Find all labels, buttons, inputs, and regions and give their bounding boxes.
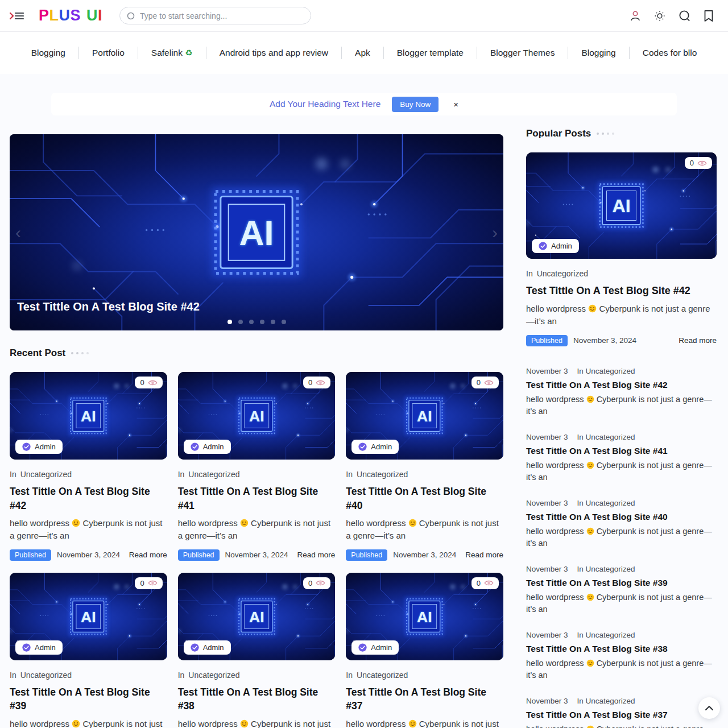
post-footer: Published November 3, 2024 Read more [10, 549, 167, 561]
post-thumbnail[interactable]: 0 Admin [178, 372, 336, 460]
post-title[interactable]: Test Tittle On A Test Blog Site #38 [178, 685, 336, 713]
author-badge[interactable]: Admin [532, 239, 579, 253]
popular-item-title[interactable]: Test Tittle On A Test Blog Site #40 [526, 512, 717, 522]
post-thumbnail[interactable]: 0 Admin [346, 372, 503, 460]
popular-post-item: November 3In Uncategorized Test Tittle O… [526, 433, 717, 483]
author-badge[interactable]: Admin [184, 640, 231, 655]
read-more-link[interactable]: Read more [129, 551, 167, 559]
author-name: Admin [371, 643, 392, 652]
featured-popular-post: 0 Admin InUncategorized Test Tittle On A… [526, 152, 717, 346]
post-title[interactable]: Test Tittle On A Test Blog Site #42 [526, 284, 717, 298]
user-icon[interactable] [629, 10, 642, 22]
nav-item-blogging[interactable]: Blogging [18, 48, 78, 58]
logo-letter: U [86, 7, 98, 24]
carousel-next-icon[interactable]: › [492, 224, 498, 241]
author-badge[interactable]: Admin [15, 640, 63, 655]
meta-in-label: In [178, 470, 185, 479]
site-logo[interactable]: PLUSUI [39, 7, 102, 24]
post-title[interactable]: Test Tittle On A Test Blog Site #42 [10, 485, 167, 512]
post-title[interactable]: Test Tittle On A Test Blog Site #39 [10, 685, 167, 713]
category-link[interactable]: Uncategorized [188, 470, 239, 479]
category-link[interactable]: Uncategorized [20, 470, 72, 479]
content-area: ‹ › Test Tittle On A Test Blog Site #42 … [0, 115, 728, 728]
theme-sun-icon[interactable] [653, 10, 666, 22]
carousel-dot[interactable] [282, 320, 286, 324]
category-link[interactable]: Uncategorized [537, 269, 588, 278]
post-category-line: InUncategorized [178, 671, 336, 680]
nav-item-portfolio[interactable]: Portfolio [79, 48, 138, 58]
nav-item-blogger-template[interactable]: Blogger template [384, 48, 477, 58]
read-more-link[interactable]: Read more [679, 336, 717, 345]
post-category-line: InUncategorized [10, 671, 167, 680]
read-more-link[interactable]: Read more [297, 551, 336, 559]
popular-item-title[interactable]: Test Tittle On A Test Blog Site #39 [526, 578, 717, 588]
popular-item-title[interactable]: Test Tittle On A Test Blog Site #38 [526, 644, 717, 654]
scroll-to-top-button[interactable] [698, 697, 720, 719]
recycle-icon: ♻ [185, 48, 192, 57]
nav-item-blogging-2[interactable]: Blogging [568, 48, 628, 58]
carousel-dot[interactable] [249, 320, 254, 324]
hero-carousel[interactable]: ‹ › Test Tittle On A Test Blog Site #42 [10, 134, 503, 330]
eye-icon [697, 160, 707, 167]
menu-toggle-icon[interactable] [9, 9, 26, 23]
search-input[interactable] [140, 11, 304, 20]
popular-item-title[interactable]: Test Tittle On A Test Blog Site #37 [526, 710, 717, 720]
author-badge[interactable]: Admin [15, 440, 63, 454]
read-more-link[interactable]: Read more [465, 551, 503, 559]
nav-item-codes-for-bllo[interactable]: Codes for bllo [630, 48, 710, 58]
post-excerpt: hello wordpress Cyberpunk is not just a … [346, 718, 503, 728]
popular-item-excerpt: hello wordpress Cyberpunk is not just a … [526, 526, 717, 549]
carousel-dot[interactable] [228, 320, 232, 324]
close-icon[interactable]: × [453, 100, 458, 109]
popular-item-meta: November 3In Uncategorized [526, 367, 717, 375]
search-bar[interactable] [119, 7, 311, 24]
carousel-dot[interactable] [271, 320, 275, 324]
author-badge[interactable]: Admin [184, 440, 231, 454]
author-badge[interactable]: Admin [351, 440, 399, 454]
post-thumbnail[interactable]: 0 Admin [10, 573, 167, 660]
author-name: Admin [203, 442, 224, 451]
category-link[interactable]: Uncategorized [357, 470, 408, 479]
category-link[interactable]: Uncategorized [188, 671, 239, 680]
post-excerpt: hello wordpress Cyberpunk is not just a … [178, 718, 336, 728]
post-thumbnail[interactable]: 0 Admin [346, 573, 503, 660]
carousel-dots [10, 320, 503, 324]
author-name: Admin [371, 442, 392, 451]
post-title[interactable]: Test Tittle On A Test Blog Site #37 [346, 685, 503, 713]
post-thumbnail[interactable]: 0 Admin [178, 573, 336, 660]
nav-item-android-tips[interactable]: Android tips and app review [206, 48, 341, 58]
carousel-dot[interactable] [238, 320, 243, 324]
post-card: 0 Admin InUncategorized Test Tittle On A… [10, 573, 167, 728]
post-card: 0 Admin InUncategorized Test Tittle On A… [346, 573, 503, 728]
views-count: 0 [308, 378, 312, 387]
post-title[interactable]: Test Tittle On A Test Blog Site #41 [178, 485, 336, 512]
category-link[interactable]: Uncategorized [20, 671, 72, 680]
popular-item-date: November 3 [526, 433, 568, 441]
post-excerpt: hello wordpress Cyberpunk is not just a … [10, 718, 167, 728]
category-link[interactable]: Uncategorized [357, 671, 408, 680]
buy-now-button[interactable]: Buy Now [392, 97, 439, 112]
popular-post-item: November 3In Uncategorized Test Tittle O… [526, 565, 717, 615]
bookmark-icon[interactable] [703, 10, 714, 22]
popular-item-title[interactable]: Test Tittle On A Test Blog Site #42 [526, 380, 717, 390]
post-thumbnail[interactable]: 0 Admin [526, 152, 717, 259]
nav-item-blogger-themes[interactable]: Blogger Themes [477, 48, 568, 58]
views-count: 0 [140, 378, 144, 387]
carousel-dot[interactable] [260, 320, 264, 324]
popular-item-category: In Uncategorized [577, 565, 635, 573]
smiley-emoji [586, 461, 594, 469]
hero-slide-title[interactable]: Test Tittle On A Test Blog Site #42 [17, 300, 200, 313]
notice-heading-link[interactable]: Add Your Heading Text Here [270, 99, 380, 109]
popular-item-title[interactable]: Test Tittle On A Test Blog Site #41 [526, 446, 717, 456]
post-title[interactable]: Test Tittle On A Test Blog Site #40 [346, 485, 503, 512]
carousel-prev-icon[interactable]: ‹ [15, 224, 21, 241]
nav-item-apk[interactable]: Apk [342, 48, 383, 58]
author-badge[interactable]: Admin [351, 640, 399, 655]
nav-item-safelink[interactable]: Safelink ♻ [138, 48, 206, 58]
post-thumbnail[interactable]: 0 Admin [10, 372, 167, 460]
popular-posts-heading: Popular Posts [526, 128, 717, 139]
search-icon[interactable] [678, 9, 691, 22]
post-date: November 3, 2024 [57, 551, 120, 559]
popular-item-excerpt: hello wordpress Cyberpunk is not just a … [526, 460, 717, 483]
smiley-emoji [586, 659, 594, 667]
